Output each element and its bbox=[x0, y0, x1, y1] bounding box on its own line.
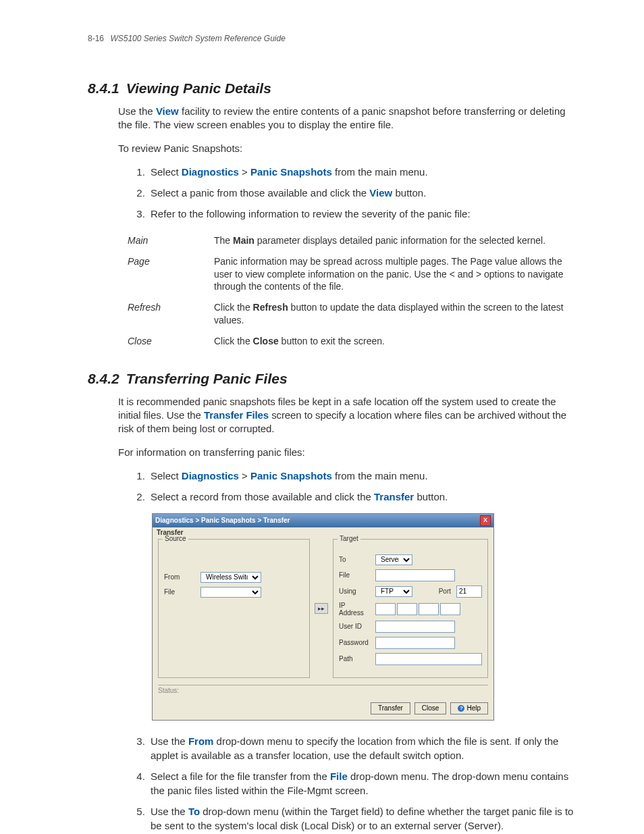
using-label: Using bbox=[339, 588, 370, 595]
ip-label: IP Address bbox=[339, 602, 370, 617]
port-input[interactable] bbox=[456, 585, 482, 598]
transfer-arrow-icon: ▸▸ bbox=[315, 603, 328, 614]
port-label: Port bbox=[439, 588, 451, 595]
intro-paragraph: It is recommended panic snapshots files … bbox=[118, 395, 579, 436]
def-close: Click the Close button to exit the scree… bbox=[214, 331, 579, 352]
term-close: Close bbox=[118, 331, 214, 352]
path-input[interactable] bbox=[375, 653, 482, 665]
term-main: Main bbox=[118, 230, 214, 251]
dialog-titlebar: Diagnostics > Panic Snapshots > Transfer… bbox=[153, 514, 493, 527]
def-page: Panic information may be spread across m… bbox=[214, 251, 579, 298]
close-icon[interactable]: X bbox=[480, 515, 491, 526]
steps-list: Select Diagnostics > Panic Snapshots fro… bbox=[118, 469, 579, 504]
section-number: 8.4.1 bbox=[88, 80, 119, 97]
target-legend: Target bbox=[338, 535, 360, 542]
def-refresh: Click the Refresh button to update the d… bbox=[214, 297, 579, 331]
running-header: 8-16 WS5100 Series Switch System Referen… bbox=[88, 34, 579, 43]
page-number: 8-16 bbox=[88, 34, 104, 43]
steps-list-continued: Use the From drop-down menu to specify t… bbox=[118, 734, 579, 834]
view-keyword: View bbox=[156, 105, 179, 117]
target-file-input[interactable] bbox=[375, 569, 455, 581]
help-icon: ? bbox=[458, 705, 464, 712]
from-select[interactable]: Wireless Switch bbox=[200, 572, 261, 583]
password-input[interactable] bbox=[375, 637, 455, 649]
list-item: Use the From drop-down menu to specify t… bbox=[148, 734, 579, 762]
transfer-button[interactable]: Transfer bbox=[371, 702, 410, 714]
breadcrumb: Diagnostics > Panic Snapshots > Transfer bbox=[155, 517, 290, 524]
to-label: To bbox=[339, 556, 370, 563]
file-select[interactable] bbox=[200, 587, 261, 598]
user-label: User ID bbox=[339, 623, 370, 630]
lead-line: To review Panic Snapshots: bbox=[118, 142, 579, 155]
file-label: File bbox=[164, 588, 195, 596]
guide-title: WS5100 Series Switch System Reference Gu… bbox=[110, 34, 285, 43]
section-number: 8.4.2 bbox=[88, 371, 119, 387]
section-heading-842: 8.4.2 Transferring Panic Files bbox=[88, 371, 579, 387]
list-item: Select a file for the file transfer from… bbox=[148, 769, 579, 798]
list-item: Select a record from those available and… bbox=[148, 490, 579, 504]
term-page: Page bbox=[118, 251, 214, 298]
list-item: Use the To drop-down menu (within the Ta… bbox=[148, 804, 579, 833]
def-main: The Main parameter displays detailed pan… bbox=[214, 230, 579, 251]
to-select[interactable]: Server bbox=[375, 554, 412, 565]
section-title: Viewing Panic Details bbox=[126, 80, 271, 97]
source-legend: Source bbox=[163, 535, 188, 542]
target-fieldset: Target To Server File Using FTP Port IP … bbox=[333, 539, 488, 678]
using-select[interactable]: FTP bbox=[375, 586, 412, 597]
lead-line: For information on transferring panic fi… bbox=[118, 446, 579, 459]
list-item: Refer to the following information to re… bbox=[148, 207, 579, 221]
file-label-t: File bbox=[339, 571, 370, 579]
password-label: Password bbox=[339, 639, 370, 646]
ip-address-input[interactable] bbox=[375, 603, 460, 615]
section-heading-841: 8.4.1 Viewing Panic Details bbox=[88, 80, 579, 97]
source-fieldset: Source From Wireless Switch File bbox=[158, 539, 310, 678]
transfer-dialog: Diagnostics > Panic Snapshots > Transfer… bbox=[152, 513, 494, 721]
help-button[interactable]: ? Help bbox=[450, 702, 488, 714]
tab-transfer[interactable]: Transfer bbox=[153, 527, 493, 536]
status-line: Status: bbox=[158, 685, 488, 696]
path-label: Path bbox=[339, 655, 370, 662]
close-button[interactable]: Close bbox=[414, 702, 447, 714]
list-item: Select a panic from those available and … bbox=[148, 186, 579, 200]
list-item: Select Diagnostics > Panic Snapshots fro… bbox=[148, 469, 579, 483]
term-refresh: Refresh bbox=[118, 297, 214, 331]
definitions-table: Main The Main parameter displays detaile… bbox=[118, 230, 579, 352]
from-label: From bbox=[164, 573, 195, 581]
section-title: Transferring Panic Files bbox=[126, 371, 288, 387]
intro-paragraph: Use the View facility to review the enti… bbox=[118, 105, 579, 132]
list-item: Select Diagnostics > Panic Snapshots fro… bbox=[148, 165, 579, 179]
steps-list: Select Diagnostics > Panic Snapshots fro… bbox=[118, 165, 579, 221]
user-input[interactable] bbox=[375, 621, 455, 633]
